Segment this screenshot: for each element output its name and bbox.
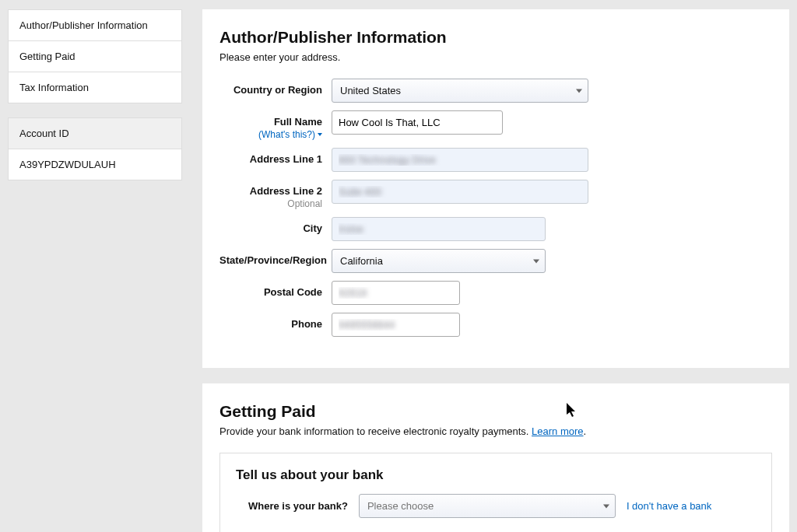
postal-input[interactable] xyxy=(332,281,460,305)
account-id-header: Account ID xyxy=(9,118,181,149)
learn-more-link[interactable]: Learn more xyxy=(532,425,583,437)
chevron-down-icon xyxy=(318,133,322,136)
country-select[interactable]: United States xyxy=(332,79,588,103)
nav-item-getting-paid[interactable]: Getting Paid xyxy=(9,41,181,72)
label-addr1: Address Line 1 xyxy=(219,148,332,165)
phone-input[interactable] xyxy=(332,313,460,337)
getting-paid-card: Getting Paid Provide your bank informati… xyxy=(202,383,789,532)
bank-box: Tell us about your bank Where is your ba… xyxy=(219,453,772,532)
getting-paid-sub: Provide your bank information to receive… xyxy=(219,425,772,437)
city-input[interactable] xyxy=(332,217,546,241)
account-panel: Account ID A39YPDZWDULAUH xyxy=(8,117,182,180)
whats-this-link[interactable]: (What's this?) xyxy=(258,129,322,140)
state-select[interactable]: California xyxy=(332,249,546,273)
bank-location-select[interactable]: Please choose xyxy=(359,494,616,518)
sidebar-nav: Author/Publisher Information Getting Pai… xyxy=(8,9,182,103)
where-bank-label: Where is your bank? xyxy=(236,500,348,512)
nav-item-tax[interactable]: Tax Information xyxy=(9,72,181,103)
author-publisher-card: Author/Publisher Information Please ente… xyxy=(202,9,789,368)
address2-input[interactable] xyxy=(332,180,588,204)
no-bank-link[interactable]: I don't have a bank xyxy=(627,500,711,512)
label-city: City xyxy=(219,217,332,234)
account-id-value: A39YPDZWDULAUH xyxy=(9,149,181,180)
label-full-name: Full Name (What's this?) xyxy=(219,110,332,140)
label-postal: Postal Code xyxy=(219,281,332,298)
label-phone: Phone xyxy=(219,313,332,330)
label-country: Country or Region xyxy=(219,79,332,96)
getting-paid-title: Getting Paid xyxy=(219,402,772,421)
address1-input[interactable] xyxy=(332,148,588,172)
label-addr2: Address Line 2 Optional xyxy=(219,180,332,209)
author-sub: Please enter your address. xyxy=(219,51,772,63)
nav-item-author[interactable]: Author/Publisher Information xyxy=(9,10,181,41)
author-title: Author/Publisher Information xyxy=(219,28,772,47)
bank-box-title: Tell us about your bank xyxy=(236,467,756,483)
label-state: State/Province/Region xyxy=(219,249,332,266)
full-name-input[interactable] xyxy=(332,110,503,135)
